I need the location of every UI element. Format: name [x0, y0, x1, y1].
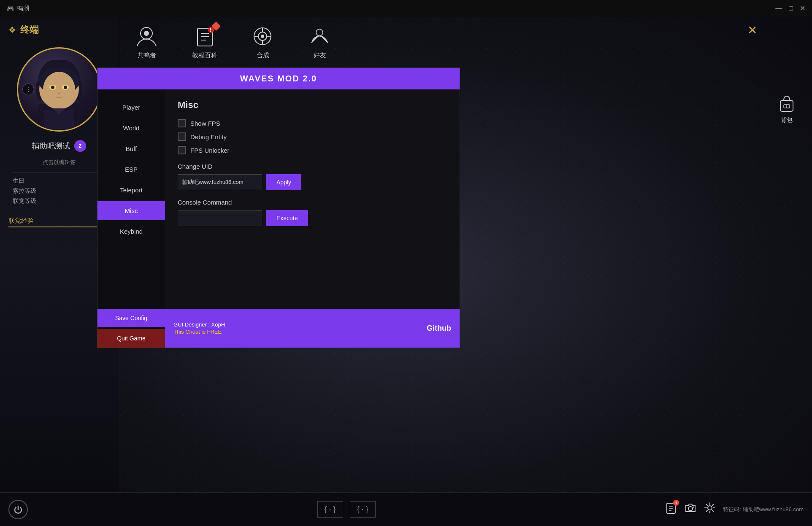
save-config-button[interactable]: Save Config — [97, 309, 165, 327]
note-icon-btn[interactable]: 1 — [665, 502, 677, 517]
power-button[interactable] — [8, 500, 28, 519]
backpack-icon — [776, 93, 797, 114]
camera-icon-btn[interactable] — [684, 502, 697, 517]
right-nav-backpack[interactable]: 背包 — [776, 93, 797, 124]
divider-1 — [12, 172, 106, 173]
watermark: 特征码: 辅助吧www.fuzhu86.com — [723, 506, 804, 513]
nav-item-resonator[interactable]: 共鸣者 — [135, 25, 158, 59]
svg-point-30 — [708, 506, 712, 510]
taskbar-panel-1: { · } — [317, 501, 343, 518]
menu-item-world[interactable]: World — [97, 119, 165, 138]
backpack-label: 背包 — [781, 116, 793, 124]
player-name: 辅助吧测试 — [32, 141, 70, 151]
dots-button[interactable]: ⋮ — [22, 84, 34, 95]
show-fps-label: Show FPS — [190, 120, 220, 127]
menu-item-keybind[interactable]: Keybind — [97, 222, 165, 241]
app-title: 鸣潮 — [17, 5, 29, 12]
footer-info: GUI Designer : XopH This Cheat is FREE G… — [165, 309, 460, 348]
friends-label: 好友 — [314, 51, 326, 59]
right-nav: 背包 — [761, 17, 812, 492]
resonator-svg — [135, 25, 158, 48]
fps-unlocker-row: FPS Unlocker — [178, 146, 447, 154]
menu-item-esp[interactable]: ESP — [97, 160, 165, 179]
nav-item-friends[interactable]: 好友 — [308, 25, 331, 59]
taskbar-center: { · } { · } — [317, 501, 376, 518]
nav-item-wiki[interactable]: ! 教程百科 — [192, 25, 217, 59]
note-badge: 1 — [673, 500, 679, 506]
power-icon — [14, 505, 23, 514]
uid-input[interactable] — [178, 174, 262, 190]
footer-free-text: This Cheat is FREE — [173, 329, 225, 335]
console-command-row: Execute — [178, 210, 447, 226]
taskbar-right: 1 特征码: 辅助吧www.fuzhu86.com — [665, 502, 804, 517]
synthesis-svg — [251, 25, 274, 48]
svg-point-29 — [693, 507, 694, 508]
wiki-svg: ! — [193, 25, 217, 48]
apply-button[interactable]: Apply — [266, 174, 301, 190]
quit-game-button[interactable]: Quit Game — [97, 329, 165, 348]
change-uid-section: Change UID Apply — [178, 163, 447, 190]
console-input[interactable] — [178, 210, 262, 226]
console-command-section: Console Command Execute — [178, 199, 447, 226]
github-button[interactable]: Github — [427, 324, 451, 333]
player-name-section: 辅助吧测试 Z — [32, 140, 86, 152]
character-avatar — [25, 49, 93, 129]
divider-2 — [12, 210, 106, 210]
footer-buttons: Save Config Quit Game — [97, 309, 165, 348]
top-nav: 共鸣者 ! 教程百科 合成 — [118, 17, 812, 67]
avatar: ⋮ — [17, 47, 101, 132]
taskbar-panel-2: { · } — [350, 501, 376, 518]
terminal-icon: ❖ — [8, 25, 16, 35]
friends-icon — [308, 25, 331, 48]
debug-entity-row: Debug Entity — [178, 132, 447, 141]
menu-item-player[interactable]: Player — [97, 98, 165, 117]
window-chrome: 🎮 鸣潮 — □ ✕ — [0, 0, 812, 17]
app-icon: 🎮 — [7, 5, 14, 12]
fps-unlocker-label: FPS Unlocker — [190, 147, 230, 154]
settings-icon — [704, 502, 716, 514]
terminal-title: 终端 — [20, 24, 39, 36]
game-close-button[interactable]: ✕ — [747, 23, 757, 37]
experience-label[interactable]: 联觉经验 — [8, 217, 109, 227]
execute-button[interactable]: Execute — [266, 210, 308, 226]
taskbar-left — [8, 500, 28, 519]
panel-1-text: { · } — [325, 505, 336, 513]
fps-unlocker-checkbox[interactable] — [178, 146, 186, 154]
menu-item-misc[interactable]: Misc — [97, 201, 165, 220]
minimize-button[interactable]: — — [775, 5, 782, 12]
svg-point-4 — [43, 72, 75, 107]
menu-item-buff[interactable]: Buff — [97, 139, 165, 158]
nav-item-synthesis[interactable]: 合成 — [251, 25, 274, 59]
show-fps-checkbox[interactable] — [178, 119, 186, 127]
level-badge: Z — [74, 140, 86, 152]
mod-body: Player World Buff ESP Teleport Misc Keyb… — [97, 89, 460, 309]
svg-point-10 — [144, 31, 149, 36]
tag-label[interactable]: 点击以编辑签 — [43, 159, 76, 166]
mod-header: WAVES MOD 2.0 — [97, 68, 460, 89]
debug-entity-checkbox[interactable] — [178, 132, 186, 141]
menu-item-teleport[interactable]: Teleport — [97, 181, 165, 200]
svg-point-20 — [316, 29, 323, 36]
svg-point-7 — [51, 86, 54, 89]
misc-title: Misc — [178, 100, 447, 111]
footer-text: GUI Designer : XopH This Cheat is FREE — [173, 321, 225, 335]
maximize-button[interactable]: □ — [789, 5, 793, 12]
taskbar: { · } { · } 1 — [0, 492, 812, 526]
mod-content: Misc Show FPS Debug Entity FPS Unlocker … — [165, 89, 460, 309]
synthesis-icon — [251, 25, 274, 48]
mod-title: WAVES MOD 2.0 — [240, 74, 317, 83]
resonator-icon — [135, 25, 158, 48]
console-command-title: Console Command — [178, 199, 447, 206]
show-fps-row: Show FPS — [178, 119, 447, 127]
close-button[interactable]: ✕ — [800, 5, 805, 12]
svg-point-8 — [64, 86, 67, 89]
backpack-svg — [776, 93, 797, 114]
window-controls: — □ ✕ — [775, 5, 805, 12]
wiki-label: 教程百科 — [192, 51, 217, 59]
settings-icon-btn[interactable] — [704, 502, 716, 517]
terminal-header: ❖ 终端 — [0, 17, 118, 43]
resonator-label: 共鸣者 — [137, 51, 156, 59]
debug-entity-label: Debug Entity — [190, 133, 227, 140]
svg-point-19 — [261, 35, 264, 38]
mod-sidebar: Player World Buff ESP Teleport Misc Keyb… — [97, 89, 165, 309]
